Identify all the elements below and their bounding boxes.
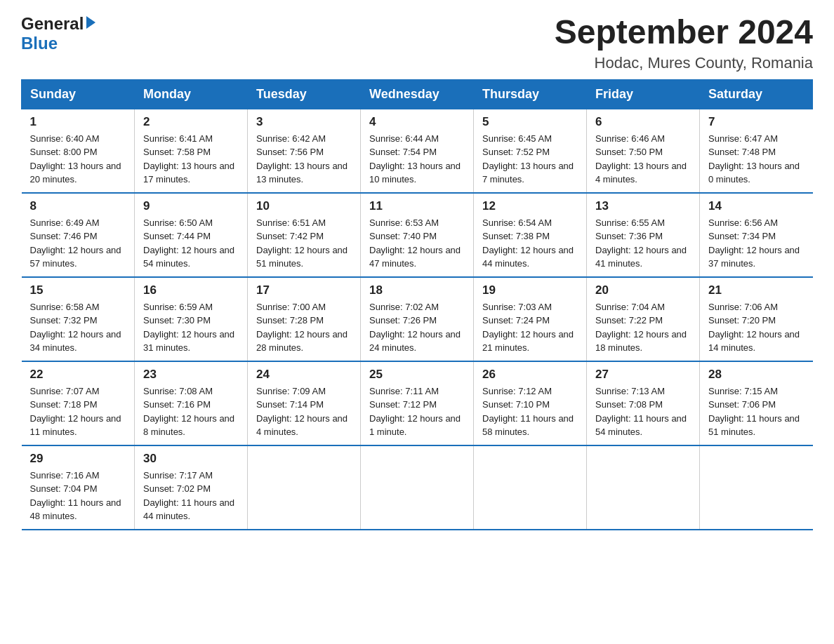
day-info: Sunrise: 7:11 AM Sunset: 7:12 PM Dayligh… [369, 384, 465, 439]
day-info: Sunrise: 7:08 AM Sunset: 7:16 PM Dayligh… [143, 384, 239, 439]
day-number: 21 [708, 283, 805, 297]
day-number: 10 [256, 199, 352, 213]
day-number: 14 [708, 199, 805, 213]
calendar-cell [700, 445, 813, 530]
calendar-cell: 20 Sunrise: 7:04 AM Sunset: 7:22 PM Dayl… [587, 277, 700, 361]
calendar-cell: 4 Sunrise: 6:44 AM Sunset: 7:54 PM Dayli… [361, 109, 474, 193]
day-number: 26 [482, 368, 578, 382]
day-number: 9 [143, 199, 239, 213]
header-day-wednesday: Wednesday [361, 79, 474, 109]
calendar-cell: 24 Sunrise: 7:09 AM Sunset: 7:14 PM Dayl… [248, 361, 361, 445]
day-info: Sunrise: 6:53 AM Sunset: 7:40 PM Dayligh… [369, 216, 465, 271]
day-info: Sunrise: 7:09 AM Sunset: 7:14 PM Dayligh… [256, 384, 352, 439]
calendar-cell: 1 Sunrise: 6:40 AM Sunset: 8:00 PM Dayli… [22, 109, 135, 193]
day-number: 4 [369, 115, 465, 129]
calendar-cell: 10 Sunrise: 6:51 AM Sunset: 7:42 PM Dayl… [248, 193, 361, 277]
day-info: Sunrise: 6:40 AM Sunset: 8:00 PM Dayligh… [30, 132, 126, 187]
day-number: 8 [30, 199, 126, 213]
day-number: 17 [256, 283, 352, 297]
day-info: Sunrise: 7:17 AM Sunset: 7:02 PM Dayligh… [143, 469, 239, 523]
day-info: Sunrise: 7:04 AM Sunset: 7:22 PM Dayligh… [595, 300, 691, 355]
day-info: Sunrise: 7:00 AM Sunset: 7:28 PM Dayligh… [256, 300, 352, 355]
day-number: 16 [143, 283, 239, 297]
header-row: SundayMondayTuesdayWednesdayThursdayFrid… [22, 79, 813, 109]
day-number: 15 [30, 283, 126, 297]
calendar-cell [361, 445, 474, 530]
day-number: 20 [595, 283, 691, 297]
calendar-cell: 6 Sunrise: 6:46 AM Sunset: 7:50 PM Dayli… [587, 109, 700, 193]
page-header: General Blue September 2024 Hodac, Mures… [21, 14, 813, 72]
title-block: September 2024 Hodac, Mures County, Roma… [555, 14, 813, 72]
day-info: Sunrise: 6:44 AM Sunset: 7:54 PM Dayligh… [369, 132, 465, 187]
location-subtitle: Hodac, Mures County, Romania [555, 54, 813, 72]
day-number: 1 [30, 115, 126, 129]
day-info: Sunrise: 6:55 AM Sunset: 7:36 PM Dayligh… [595, 216, 691, 271]
day-number: 7 [708, 115, 805, 129]
day-number: 25 [369, 368, 465, 382]
calendar-cell: 12 Sunrise: 6:54 AM Sunset: 7:38 PM Dayl… [474, 193, 587, 277]
calendar-cell: 29 Sunrise: 7:16 AM Sunset: 7:04 PM Dayl… [22, 445, 135, 530]
day-number: 2 [143, 115, 239, 129]
logo-general-text: General [21, 14, 84, 34]
day-number: 30 [143, 452, 239, 466]
calendar-cell: 17 Sunrise: 7:00 AM Sunset: 7:28 PM Dayl… [248, 277, 361, 361]
day-info: Sunrise: 6:46 AM Sunset: 7:50 PM Dayligh… [595, 132, 691, 187]
day-number: 6 [595, 115, 691, 129]
day-number: 24 [256, 368, 352, 382]
calendar-cell: 21 Sunrise: 7:06 AM Sunset: 7:20 PM Dayl… [700, 277, 813, 361]
day-info: Sunrise: 6:54 AM Sunset: 7:38 PM Dayligh… [482, 216, 578, 271]
calendar-cell: 8 Sunrise: 6:49 AM Sunset: 7:46 PM Dayli… [22, 193, 135, 277]
main-title: September 2024 [555, 14, 813, 51]
day-number: 13 [595, 199, 691, 213]
day-info: Sunrise: 6:47 AM Sunset: 7:48 PM Dayligh… [708, 132, 805, 187]
calendar-cell: 5 Sunrise: 6:45 AM Sunset: 7:52 PM Dayli… [474, 109, 587, 193]
day-number: 11 [369, 199, 465, 213]
calendar-cell: 14 Sunrise: 6:56 AM Sunset: 7:34 PM Dayl… [700, 193, 813, 277]
calendar-cell: 16 Sunrise: 6:59 AM Sunset: 7:30 PM Dayl… [135, 277, 248, 361]
day-info: Sunrise: 7:15 AM Sunset: 7:06 PM Dayligh… [708, 384, 805, 439]
day-number: 18 [369, 283, 465, 297]
day-number: 19 [482, 283, 578, 297]
day-info: Sunrise: 7:13 AM Sunset: 7:08 PM Dayligh… [595, 384, 691, 439]
calendar-cell [474, 445, 587, 530]
calendar-header: SundayMondayTuesdayWednesdayThursdayFrid… [22, 79, 813, 109]
calendar-cell [248, 445, 361, 530]
day-info: Sunrise: 7:07 AM Sunset: 7:18 PM Dayligh… [30, 384, 126, 439]
calendar-cell: 9 Sunrise: 6:50 AM Sunset: 7:44 PM Dayli… [135, 193, 248, 277]
header-day-saturday: Saturday [700, 79, 813, 109]
day-info: Sunrise: 6:56 AM Sunset: 7:34 PM Dayligh… [708, 216, 805, 271]
day-number: 12 [482, 199, 578, 213]
calendar-cell [587, 445, 700, 530]
day-info: Sunrise: 6:45 AM Sunset: 7:52 PM Dayligh… [482, 132, 578, 187]
calendar-cell: 2 Sunrise: 6:41 AM Sunset: 7:58 PM Dayli… [135, 109, 248, 193]
header-day-friday: Friday [587, 79, 700, 109]
day-info: Sunrise: 6:49 AM Sunset: 7:46 PM Dayligh… [30, 216, 126, 271]
day-info: Sunrise: 7:16 AM Sunset: 7:04 PM Dayligh… [30, 469, 126, 523]
calendar-cell: 11 Sunrise: 6:53 AM Sunset: 7:40 PM Dayl… [361, 193, 474, 277]
calendar-week-1: 1 Sunrise: 6:40 AM Sunset: 8:00 PM Dayli… [22, 109, 813, 193]
logo-blue-text: Blue [21, 34, 58, 53]
logo-arrow-icon [86, 16, 95, 29]
day-number: 5 [482, 115, 578, 129]
header-day-sunday: Sunday [22, 79, 135, 109]
calendar-week-5: 29 Sunrise: 7:16 AM Sunset: 7:04 PM Dayl… [22, 445, 813, 530]
day-info: Sunrise: 6:42 AM Sunset: 7:56 PM Dayligh… [256, 132, 352, 187]
calendar-week-3: 15 Sunrise: 6:58 AM Sunset: 7:32 PM Dayl… [22, 277, 813, 361]
calendar-body: 1 Sunrise: 6:40 AM Sunset: 8:00 PM Dayli… [22, 109, 813, 530]
calendar-cell: 19 Sunrise: 7:03 AM Sunset: 7:24 PM Dayl… [474, 277, 587, 361]
header-day-thursday: Thursday [474, 79, 587, 109]
calendar-table: SundayMondayTuesdayWednesdayThursdayFrid… [21, 79, 813, 530]
day-number: 27 [595, 368, 691, 382]
day-info: Sunrise: 7:06 AM Sunset: 7:20 PM Dayligh… [708, 300, 805, 355]
calendar-cell: 23 Sunrise: 7:08 AM Sunset: 7:16 PM Dayl… [135, 361, 248, 445]
calendar-cell: 30 Sunrise: 7:17 AM Sunset: 7:02 PM Dayl… [135, 445, 248, 530]
day-number: 29 [30, 452, 126, 466]
day-info: Sunrise: 6:50 AM Sunset: 7:44 PM Dayligh… [143, 216, 239, 271]
calendar-cell: 18 Sunrise: 7:02 AM Sunset: 7:26 PM Dayl… [361, 277, 474, 361]
day-info: Sunrise: 7:02 AM Sunset: 7:26 PM Dayligh… [369, 300, 465, 355]
calendar-cell: 28 Sunrise: 7:15 AM Sunset: 7:06 PM Dayl… [700, 361, 813, 445]
day-number: 3 [256, 115, 352, 129]
day-number: 23 [143, 368, 239, 382]
header-day-monday: Monday [135, 79, 248, 109]
calendar-week-2: 8 Sunrise: 6:49 AM Sunset: 7:46 PM Dayli… [22, 193, 813, 277]
